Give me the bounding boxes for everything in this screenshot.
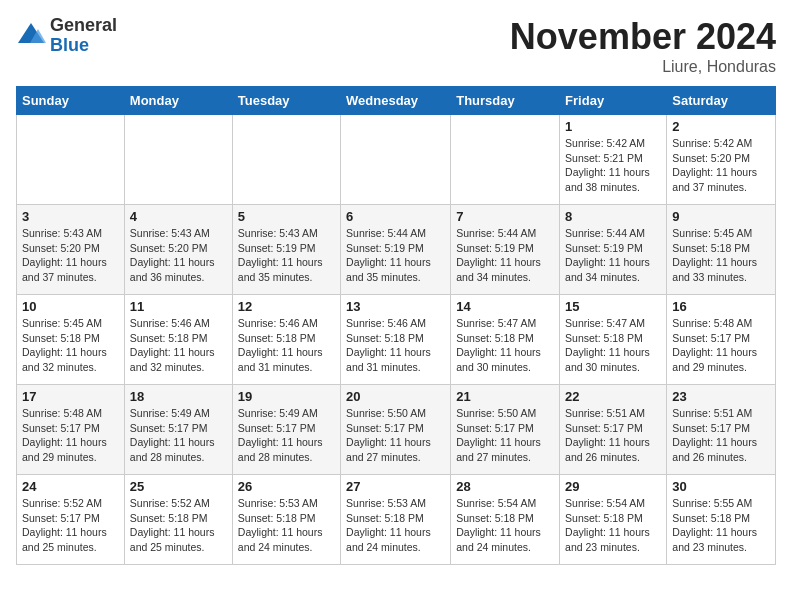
calendar-cell: 25Sunrise: 5:52 AMSunset: 5:18 PMDayligh… (124, 475, 232, 565)
day-info: Sunrise: 5:54 AMSunset: 5:18 PMDaylight:… (565, 496, 661, 555)
calendar-cell (232, 115, 340, 205)
calendar-cell: 7Sunrise: 5:44 AMSunset: 5:19 PMDaylight… (451, 205, 560, 295)
day-info: Sunrise: 5:43 AMSunset: 5:20 PMDaylight:… (130, 226, 227, 285)
day-info: Sunrise: 5:52 AMSunset: 5:17 PMDaylight:… (22, 496, 119, 555)
day-info: Sunrise: 5:52 AMSunset: 5:18 PMDaylight:… (130, 496, 227, 555)
calendar-week-row: 3Sunrise: 5:43 AMSunset: 5:20 PMDaylight… (17, 205, 776, 295)
logo-text: General Blue (50, 16, 117, 56)
day-number: 15 (565, 299, 661, 314)
day-info: Sunrise: 5:49 AMSunset: 5:17 PMDaylight:… (238, 406, 335, 465)
calendar-cell: 19Sunrise: 5:49 AMSunset: 5:17 PMDayligh… (232, 385, 340, 475)
day-info: Sunrise: 5:53 AMSunset: 5:18 PMDaylight:… (346, 496, 445, 555)
day-header-wednesday: Wednesday (341, 87, 451, 115)
calendar-week-row: 24Sunrise: 5:52 AMSunset: 5:17 PMDayligh… (17, 475, 776, 565)
day-info: Sunrise: 5:42 AMSunset: 5:21 PMDaylight:… (565, 136, 661, 195)
day-info: Sunrise: 5:46 AMSunset: 5:18 PMDaylight:… (130, 316, 227, 375)
day-number: 3 (22, 209, 119, 224)
day-number: 23 (672, 389, 770, 404)
logo-icon (16, 21, 46, 51)
calendar-cell (341, 115, 451, 205)
day-info: Sunrise: 5:46 AMSunset: 5:18 PMDaylight:… (238, 316, 335, 375)
calendar-cell: 24Sunrise: 5:52 AMSunset: 5:17 PMDayligh… (17, 475, 125, 565)
calendar-cell: 22Sunrise: 5:51 AMSunset: 5:17 PMDayligh… (560, 385, 667, 475)
day-header-monday: Monday (124, 87, 232, 115)
day-info: Sunrise: 5:53 AMSunset: 5:18 PMDaylight:… (238, 496, 335, 555)
calendar-cell: 16Sunrise: 5:48 AMSunset: 5:17 PMDayligh… (667, 295, 776, 385)
calendar-cell: 26Sunrise: 5:53 AMSunset: 5:18 PMDayligh… (232, 475, 340, 565)
day-number: 10 (22, 299, 119, 314)
day-number: 27 (346, 479, 445, 494)
calendar-cell (124, 115, 232, 205)
day-number: 5 (238, 209, 335, 224)
calendar-cell: 3Sunrise: 5:43 AMSunset: 5:20 PMDaylight… (17, 205, 125, 295)
day-info: Sunrise: 5:49 AMSunset: 5:17 PMDaylight:… (130, 406, 227, 465)
day-number: 8 (565, 209, 661, 224)
day-number: 9 (672, 209, 770, 224)
calendar-cell: 11Sunrise: 5:46 AMSunset: 5:18 PMDayligh… (124, 295, 232, 385)
page-header: General Blue November 2024 Liure, Hondur… (16, 16, 776, 76)
day-number: 24 (22, 479, 119, 494)
day-info: Sunrise: 5:45 AMSunset: 5:18 PMDaylight:… (22, 316, 119, 375)
day-info: Sunrise: 5:44 AMSunset: 5:19 PMDaylight:… (565, 226, 661, 285)
day-number: 17 (22, 389, 119, 404)
calendar-table: SundayMondayTuesdayWednesdayThursdayFrid… (16, 86, 776, 565)
calendar-week-row: 10Sunrise: 5:45 AMSunset: 5:18 PMDayligh… (17, 295, 776, 385)
calendar-cell: 20Sunrise: 5:50 AMSunset: 5:17 PMDayligh… (341, 385, 451, 475)
day-info: Sunrise: 5:54 AMSunset: 5:18 PMDaylight:… (456, 496, 554, 555)
calendar-cell: 6Sunrise: 5:44 AMSunset: 5:19 PMDaylight… (341, 205, 451, 295)
calendar-cell: 8Sunrise: 5:44 AMSunset: 5:19 PMDaylight… (560, 205, 667, 295)
day-number: 25 (130, 479, 227, 494)
day-number: 22 (565, 389, 661, 404)
logo-blue-text: Blue (50, 36, 117, 56)
day-info: Sunrise: 5:44 AMSunset: 5:19 PMDaylight:… (456, 226, 554, 285)
calendar-cell: 1Sunrise: 5:42 AMSunset: 5:21 PMDaylight… (560, 115, 667, 205)
day-info: Sunrise: 5:47 AMSunset: 5:18 PMDaylight:… (565, 316, 661, 375)
day-number: 30 (672, 479, 770, 494)
calendar-cell: 15Sunrise: 5:47 AMSunset: 5:18 PMDayligh… (560, 295, 667, 385)
day-number: 14 (456, 299, 554, 314)
calendar-cell: 29Sunrise: 5:54 AMSunset: 5:18 PMDayligh… (560, 475, 667, 565)
day-info: Sunrise: 5:46 AMSunset: 5:18 PMDaylight:… (346, 316, 445, 375)
calendar-cell: 5Sunrise: 5:43 AMSunset: 5:19 PMDaylight… (232, 205, 340, 295)
day-info: Sunrise: 5:55 AMSunset: 5:18 PMDaylight:… (672, 496, 770, 555)
day-info: Sunrise: 5:44 AMSunset: 5:19 PMDaylight:… (346, 226, 445, 285)
day-number: 7 (456, 209, 554, 224)
day-info: Sunrise: 5:51 AMSunset: 5:17 PMDaylight:… (565, 406, 661, 465)
calendar-cell: 10Sunrise: 5:45 AMSunset: 5:18 PMDayligh… (17, 295, 125, 385)
day-number: 20 (346, 389, 445, 404)
day-info: Sunrise: 5:51 AMSunset: 5:17 PMDaylight:… (672, 406, 770, 465)
day-number: 21 (456, 389, 554, 404)
calendar-cell: 9Sunrise: 5:45 AMSunset: 5:18 PMDaylight… (667, 205, 776, 295)
calendar-cell: 18Sunrise: 5:49 AMSunset: 5:17 PMDayligh… (124, 385, 232, 475)
day-number: 28 (456, 479, 554, 494)
title-block: November 2024 Liure, Honduras (510, 16, 776, 76)
day-info: Sunrise: 5:50 AMSunset: 5:17 PMDaylight:… (346, 406, 445, 465)
day-number: 11 (130, 299, 227, 314)
day-info: Sunrise: 5:43 AMSunset: 5:19 PMDaylight:… (238, 226, 335, 285)
day-number: 18 (130, 389, 227, 404)
calendar-header-row: SundayMondayTuesdayWednesdayThursdayFrid… (17, 87, 776, 115)
day-info: Sunrise: 5:48 AMSunset: 5:17 PMDaylight:… (22, 406, 119, 465)
logo-general-text: General (50, 16, 117, 36)
calendar-cell: 23Sunrise: 5:51 AMSunset: 5:17 PMDayligh… (667, 385, 776, 475)
calendar-cell: 4Sunrise: 5:43 AMSunset: 5:20 PMDaylight… (124, 205, 232, 295)
calendar-cell: 17Sunrise: 5:48 AMSunset: 5:17 PMDayligh… (17, 385, 125, 475)
day-number: 29 (565, 479, 661, 494)
calendar-cell (451, 115, 560, 205)
day-info: Sunrise: 5:43 AMSunset: 5:20 PMDaylight:… (22, 226, 119, 285)
day-number: 13 (346, 299, 445, 314)
calendar-cell: 13Sunrise: 5:46 AMSunset: 5:18 PMDayligh… (341, 295, 451, 385)
calendar-cell: 12Sunrise: 5:46 AMSunset: 5:18 PMDayligh… (232, 295, 340, 385)
day-header-sunday: Sunday (17, 87, 125, 115)
day-number: 4 (130, 209, 227, 224)
day-info: Sunrise: 5:50 AMSunset: 5:17 PMDaylight:… (456, 406, 554, 465)
day-header-thursday: Thursday (451, 87, 560, 115)
month-title: November 2024 (510, 16, 776, 58)
calendar-cell: 2Sunrise: 5:42 AMSunset: 5:20 PMDaylight… (667, 115, 776, 205)
day-number: 12 (238, 299, 335, 314)
day-info: Sunrise: 5:45 AMSunset: 5:18 PMDaylight:… (672, 226, 770, 285)
day-info: Sunrise: 5:47 AMSunset: 5:18 PMDaylight:… (456, 316, 554, 375)
calendar-week-row: 17Sunrise: 5:48 AMSunset: 5:17 PMDayligh… (17, 385, 776, 475)
calendar-cell: 27Sunrise: 5:53 AMSunset: 5:18 PMDayligh… (341, 475, 451, 565)
day-header-tuesday: Tuesday (232, 87, 340, 115)
